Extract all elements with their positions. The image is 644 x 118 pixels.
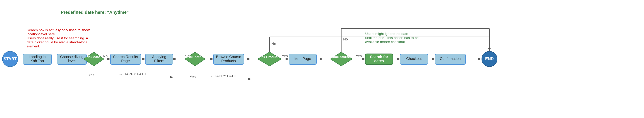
arrow-label-yes-path2: Yes (190, 75, 196, 79)
arrow-label-no-product: No (272, 42, 276, 46)
diagram-container: No Still No Yes Yes Yes → HAP (0, 0, 644, 118)
search-box-note-line2: location/level here. (27, 32, 56, 36)
pick-date2-label1: Pick date? (187, 55, 203, 59)
landing-label2: Koh Tao (30, 59, 44, 63)
predefined-date-annotation: Predefined date here: "Anytime" (61, 10, 129, 15)
pick-product-label1: Pick Product? (258, 55, 280, 59)
choose-level-label2: level (68, 59, 76, 63)
happy-path-label-2: → HAPPY PATH (209, 74, 236, 78)
applying-filters-label1: Applying (152, 55, 166, 59)
checkout-label: Checkout (406, 57, 422, 61)
choose-level-label1: Choose diving (60, 55, 84, 59)
pick-date1-node (84, 52, 104, 66)
start-label: START (4, 56, 17, 61)
arrow-label-yes-path1: Yes (88, 73, 94, 77)
arrow-label-yes2: Yes (356, 54, 362, 58)
search-box-note-line4: date picker could be also a stand-alone (27, 40, 88, 44)
end-label: END (485, 56, 494, 61)
flowchart-svg: No Still No Yes Yes Yes → HAP (0, 0, 644, 118)
landing-label1: Landing in (29, 55, 46, 59)
pick-product-node (258, 52, 282, 66)
arrow-label-yes1: Yes (282, 54, 288, 58)
arrow-label-no-book: No (343, 37, 348, 41)
happy-path-label-1: → HAPPY PATH (119, 72, 146, 76)
search-results-label2: Page (121, 59, 130, 63)
applying-filters-label2: Filters (154, 59, 164, 63)
item-page-label: Item Page (294, 57, 311, 61)
book-course-label1: Book course? (331, 55, 352, 59)
users-might-note-line1: Users might ignore the date (365, 32, 408, 36)
users-might-note-line3: available before checkout. (365, 40, 406, 44)
confirmation-label: Confirmation (440, 57, 460, 61)
arrow-label-no1: No (103, 54, 108, 58)
search-box-note-line3: Users don't really use it for searching.… (27, 36, 88, 40)
browse-course-label2: Products (221, 59, 236, 63)
users-might-note-line2: until the end. This option has to be (365, 36, 418, 40)
search-box-note-line1: Search box is actually only used to show (27, 28, 90, 32)
browse-course-label1: Browse Course (216, 55, 241, 59)
pick-date1-label1: Pick date? (86, 55, 102, 59)
search-dates-label1: Search for (370, 55, 388, 59)
search-box-note-line5: element. (27, 44, 40, 48)
book-course-node (330, 52, 352, 66)
search-results-label1: Search Results (113, 55, 138, 59)
search-dates-label2: dates (374, 59, 384, 63)
